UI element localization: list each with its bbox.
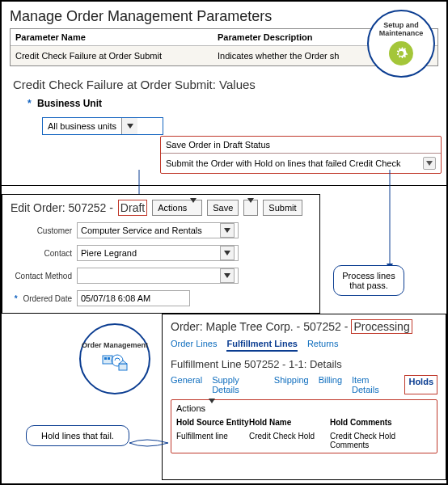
- setup-maintenance-badge: Setup and Maintenance: [367, 10, 435, 78]
- callout-hold-fail: Hold lines that fail.: [26, 425, 129, 446]
- tab-order-lines[interactable]: Order Lines: [171, 339, 217, 352]
- business-unit-value: All business units: [43, 121, 121, 131]
- subtab-billing[interactable]: Billing: [319, 375, 342, 394]
- order-status-processing: Processing: [351, 319, 412, 334]
- col-hold-entity: Hold Source Entity: [176, 418, 249, 427]
- cell-param-name: Credit Check Failure at Order Submit: [15, 51, 218, 61]
- chevron-down-icon[interactable]: [423, 157, 436, 170]
- ordered-date-label-text: Ordered Date: [23, 294, 72, 303]
- order-detail-panel: Order: Maple Tree Corp. - 507252 - Proce…: [162, 314, 446, 480]
- required-star-icon: *: [27, 98, 32, 109]
- callout-process-pass: Process lines that pass.: [333, 265, 404, 296]
- svg-rect-6: [108, 357, 110, 360]
- order-management-badge: Order Management: [79, 323, 150, 394]
- business-unit-select[interactable]: All business units: [42, 117, 163, 135]
- business-unit-label-text: Business Unit: [37, 98, 102, 109]
- subtab-shipping[interactable]: Shipping: [274, 375, 309, 394]
- holds-table-row[interactable]: Fulfillment line Credit Check Hold Credi…: [176, 432, 432, 449]
- ordered-date-field[interactable]: 05/07/18 6:08 AM: [77, 290, 190, 306]
- holds-actions-label: Actions: [176, 403, 205, 413]
- col-param-name: Parameter Name: [15, 32, 218, 42]
- business-unit-label: * Business Unit: [27, 98, 438, 109]
- customer-label: Customer: [11, 226, 77, 235]
- fulfillment-line-subhead: Fulfillment Line 507252 - 1-1: Details: [171, 358, 437, 370]
- contact-label: Contact: [11, 249, 77, 258]
- tab-fulfillment-lines[interactable]: Fulfillment Lines: [226, 339, 297, 352]
- option-submit-with-hold[interactable]: Submit the Order with Hold on lines that…: [161, 153, 441, 173]
- holds-actions-button[interactable]: Actions: [176, 403, 215, 413]
- svg-marker-9: [119, 361, 127, 364]
- submit-button[interactable]: Submit: [263, 200, 302, 216]
- cell-hold-name: Credit Check Hold: [249, 432, 330, 449]
- values-subhead: Credit Check Failure at Order Submit: Va…: [13, 78, 438, 91]
- subtab-supply[interactable]: Supply Details: [212, 375, 264, 394]
- ordered-date-value: 05/07/18 6:08 AM: [81, 293, 150, 303]
- order-status-draft: Draft: [118, 200, 147, 216]
- edit-order-panel: Edit Order: 507252 - Draft Actions Save …: [2, 194, 320, 314]
- chevron-down-icon[interactable]: [220, 268, 235, 283]
- holds-table-header: Hold Source Entity Hold Name Hold Commen…: [176, 418, 432, 427]
- cell-hold-comments: Credit Check Hold Comments: [330, 432, 432, 449]
- tab-returns[interactable]: Returns: [307, 339, 339, 352]
- option-save-draft[interactable]: Save Order in Draft Status: [161, 137, 441, 153]
- order-management-icon: [101, 352, 129, 377]
- required-star-icon: *: [15, 294, 18, 303]
- save-button[interactable]: Save: [207, 200, 239, 216]
- contact-method-label: Contact Method: [11, 272, 77, 280]
- holds-section: Actions Hold Source Entity Hold Name Hol…: [171, 399, 437, 453]
- chevron-down-icon: [247, 203, 254, 213]
- contact-field[interactable]: Piere Legrand: [77, 245, 239, 261]
- fulfillment-subtabs: General Supply Details Shipping Billing …: [171, 375, 437, 394]
- chevron-down-icon: [209, 403, 215, 413]
- submit-label: Submit: [268, 203, 296, 213]
- actions-label: Actions: [158, 203, 187, 213]
- manage-parameters-panel: Manage Order Management Parameters Param…: [2, 2, 446, 186]
- order-title: Order: Maple Tree Corp. - 507252 -: [171, 320, 348, 333]
- badge-label: Order Management: [82, 341, 148, 349]
- actions-menu-button[interactable]: Actions: [152, 200, 202, 216]
- subtab-general[interactable]: General: [171, 375, 202, 394]
- col-hold-comments: Hold Comments: [330, 418, 432, 427]
- chevron-down-icon[interactable]: [121, 118, 137, 134]
- save-label: Save: [213, 203, 233, 213]
- option-submit-with-hold-text: Submit the Order with Hold on lines that…: [166, 158, 400, 168]
- svg-rect-8: [119, 364, 127, 370]
- badge-label: Setup and Maintenance: [369, 22, 433, 38]
- ordered-date-label: * Ordered Date: [11, 294, 77, 303]
- chevron-down-icon[interactable]: [220, 246, 235, 260]
- contact-value: Piere Legrand: [81, 248, 137, 258]
- subtab-item-details[interactable]: Item Details: [352, 375, 395, 394]
- order-tabs: Order Lines Fulfillment Lines Returns: [171, 339, 437, 352]
- svg-rect-5: [104, 357, 107, 360]
- customer-value: Computer Service and Rentals: [81, 226, 202, 235]
- col-hold-name: Hold Name: [249, 418, 330, 427]
- parameter-value-options: Save Order in Draft Status Submit the Or…: [160, 136, 442, 174]
- chevron-down-icon[interactable]: [220, 223, 235, 238]
- subtab-holds[interactable]: Holds: [404, 375, 437, 394]
- save-split-button[interactable]: [243, 200, 258, 216]
- edit-order-title: Edit Order: 507252 -: [11, 201, 113, 214]
- contact-method-field[interactable]: [77, 268, 239, 284]
- gear-icon: [389, 41, 413, 65]
- cell-hold-entity: Fulfillment line: [176, 432, 249, 449]
- chevron-down-icon: [190, 203, 197, 213]
- customer-field[interactable]: Computer Service and Rentals: [77, 222, 239, 238]
